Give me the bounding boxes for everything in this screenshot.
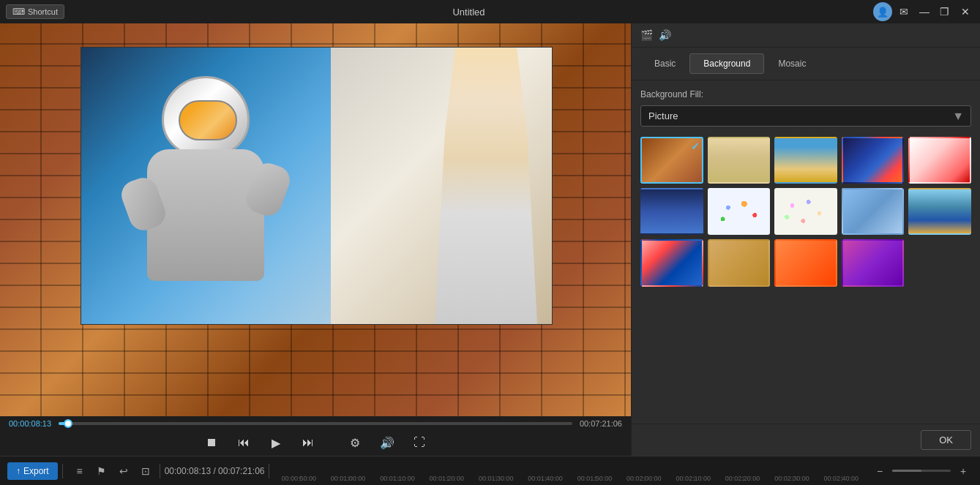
astronaut-helmet — [162, 76, 250, 157]
close-button[interactable]: ✕ — [957, 3, 974, 20]
ruler-mark-2: 00:01:00:00 — [323, 475, 373, 482]
settings-button[interactable]: ⚙ — [345, 432, 365, 453]
ruler-mark-12: 00:02:40:00 — [817, 475, 866, 482]
tab-basic[interactable]: Basic — [640, 53, 689, 74]
ruler-mark-8: 00:02:00:00 — [619, 475, 668, 482]
panel-content: Background Fill: Picture Color Blur ▼ ✓ — [632, 80, 980, 424]
zoom-controls: − + — [870, 462, 973, 481]
ruler-marks: 00:00:50:00 00:01:00:00 00:01:10:00 00:0… — [274, 456, 866, 485]
separator-2 — [160, 464, 160, 478]
video-icon: 🎬 — [640, 29, 653, 41]
maximize-button[interactable]: ❐ — [936, 3, 954, 20]
ruler-mark-5: 00:01:30:00 — [471, 475, 520, 482]
bg-thumb-2[interactable] — [708, 137, 771, 184]
progress-bar-container: 00:00:08:13 00:07:21:06 — [9, 419, 622, 428]
panel-header: 🎬 🔊 — [632, 23, 980, 48]
ruler-mark-7: 00:01:50:00 — [570, 475, 619, 482]
bg-thumb-10[interactable] — [908, 188, 971, 235]
tabs-row: Basic Background Mosaic — [632, 48, 980, 80]
titlebar-controls: 👤 ✉ — ❐ ✕ — [873, 2, 974, 21]
timeline-tools: ≡ ⚑ ↩ ⊡ — [70, 462, 155, 481]
volume-button[interactable]: 🔊 — [377, 432, 397, 453]
bg-thumb-12[interactable] — [708, 239, 771, 286]
timeline-tool-3[interactable]: ↩ — [114, 462, 133, 481]
bg-thumb-11[interactable] — [640, 239, 703, 286]
bg-thumb-9[interactable] — [842, 188, 905, 235]
bg-thumb-8[interactable] — [774, 188, 837, 235]
selected-checkmark: ✓ — [691, 140, 700, 152]
shortcut-label: Shortcut — [28, 7, 58, 16]
person-silhouette — [435, 48, 537, 324]
zoom-out-button[interactable]: − — [870, 462, 889, 481]
video-preview — [0, 23, 631, 416]
current-time-label: 00:00:08:13 — [9, 419, 51, 428]
export-icon: ↑ — [16, 466, 20, 476]
bg-thumb-1[interactable]: ✓ — [640, 137, 703, 184]
export-label: Export — [23, 466, 49, 476]
zoom-in-button[interactable]: + — [954, 462, 973, 481]
separator-3 — [269, 464, 269, 478]
video-controls: 00:00:08:13 00:07:21:06 ⏹ ⏮ ▶ ⏭ ⚙ 🔊 ⛶ — [0, 416, 631, 456]
window-title: Untitled — [452, 7, 485, 18]
stop-button[interactable]: ⏹ — [201, 432, 222, 453]
ruler-mark-6: 00:01:40:00 — [520, 475, 569, 482]
timeline-ruler[interactable]: 00:00:50:00 00:01:00:00 00:01:10:00 00:0… — [274, 456, 866, 485]
progress-track[interactable] — [59, 422, 572, 425]
titlebar-left: ⌨ Shortcut — [6, 4, 64, 19]
tab-mosaic[interactable]: Mosaic — [764, 53, 820, 74]
fill-type-select-wrapper: Picture Color Blur ▼ — [640, 105, 971, 127]
ok-button-container: OK — [632, 424, 980, 456]
total-time-label: 00:07:21:06 — [580, 419, 622, 428]
export-button[interactable]: ↑ Export — [7, 462, 58, 480]
audio-icon: 🔊 — [659, 29, 671, 41]
background-image-grid: ✓ — [640, 137, 971, 287]
titlebar: ⌨ Shortcut Untitled 👤 ✉ — ❐ ✕ — [0, 0, 980, 23]
bg-fill-label: Background Fill: — [640, 89, 971, 99]
ruler-mark-11: 00:02:30:00 — [767, 475, 816, 482]
keyboard-icon: ⌨ — [12, 7, 25, 17]
tab-background[interactable]: Background — [689, 53, 764, 74]
zoom-track[interactable] — [892, 470, 951, 472]
astronaut-figure — [125, 69, 286, 303]
bg-thumb-3[interactable] — [774, 137, 837, 184]
next-frame-button[interactable]: ⏭ — [298, 432, 318, 453]
shortcut-button[interactable]: ⌨ Shortcut — [6, 4, 64, 19]
progress-thumb[interactable] — [64, 419, 72, 428]
bg-thumb-5[interactable] — [908, 137, 971, 184]
bg-thumb-6[interactable] — [640, 188, 703, 235]
timeline-tool-1[interactable]: ≡ — [70, 462, 89, 481]
ruler-mark-4: 00:01:20:00 — [422, 475, 471, 482]
timeline-time-display: 00:00:08:13 / 00:07:21:06 — [165, 466, 265, 476]
timeline-bar: ↑ Export ≡ ⚑ ↩ ⊡ 00:00:08:13 / 00:07:21:… — [0, 456, 980, 485]
prev-frame-button[interactable]: ⏮ — [233, 432, 254, 453]
fullscreen-button[interactable]: ⛶ — [409, 432, 430, 453]
separator-1 — [62, 464, 63, 478]
ruler-mark-10: 00:02:20:00 — [718, 475, 767, 482]
bg-thumb-14[interactable] — [842, 239, 905, 286]
ruler-mark-3: 00:01:10:00 — [373, 475, 422, 482]
bg-thumb-13[interactable] — [774, 239, 837, 286]
video-panel: 00:00:08:13 00:07:21:06 ⏹ ⏮ ▶ ⏭ ⚙ 🔊 ⛶ — [0, 23, 631, 456]
playback-controls: ⏹ ⏮ ▶ ⏭ ⚙ 🔊 ⛶ — [9, 432, 622, 453]
zoom-fill — [892, 470, 921, 472]
main-layout: 00:00:08:13 00:07:21:06 ⏹ ⏮ ▶ ⏭ ⚙ 🔊 ⛶ 🎬 … — [0, 23, 980, 456]
bg-thumb-4[interactable] — [842, 137, 905, 184]
ok-button[interactable]: OK — [921, 430, 971, 450]
timeline-tool-4[interactable]: ⊡ — [136, 462, 155, 481]
mail-icon-button[interactable]: ✉ — [895, 3, 913, 20]
ruler-mark-9: 00:02:10:00 — [668, 475, 717, 482]
fill-type-select[interactable]: Picture Color Blur — [640, 105, 971, 127]
video-inner-frame — [81, 47, 553, 325]
user-avatar[interactable]: 👤 — [873, 2, 892, 21]
timeline-tool-2[interactable]: ⚑ — [92, 462, 111, 481]
right-panel: 🎬 🔊 Basic Background Mosaic Background F… — [631, 23, 980, 456]
video-right-content — [331, 48, 552, 324]
minimize-button[interactable]: — — [916, 3, 933, 20]
video-container — [0, 23, 631, 416]
ruler-mark-1: 00:00:50:00 — [274, 475, 323, 482]
helmet-visor — [179, 100, 237, 140]
play-button[interactable]: ▶ — [266, 432, 286, 453]
bg-thumb-7[interactable] — [708, 188, 771, 235]
video-left-content — [81, 48, 331, 324]
